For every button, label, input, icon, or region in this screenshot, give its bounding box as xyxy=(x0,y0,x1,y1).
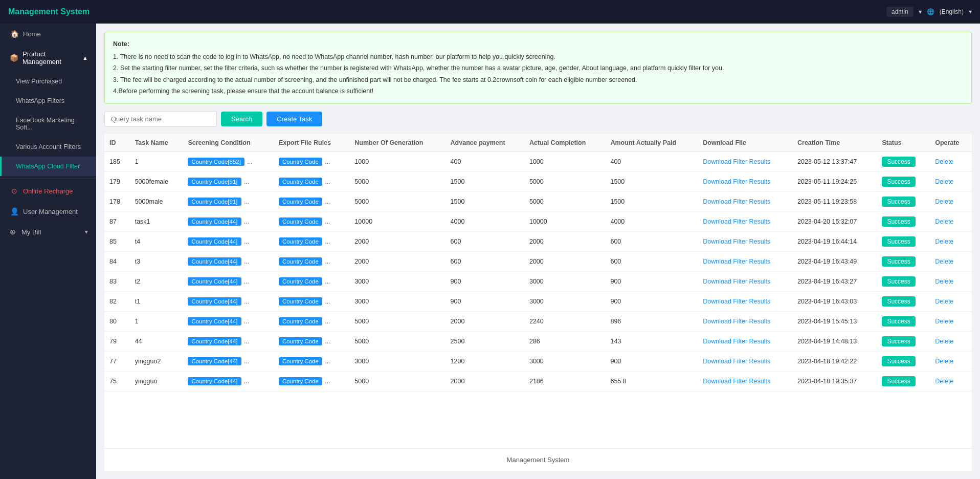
sidebar-item-product-management[interactable]: 📦 Product Management ▲ xyxy=(0,44,96,72)
cell-id: 83 xyxy=(104,271,130,291)
cell-task-name: 1 xyxy=(130,311,183,331)
cell-operate[interactable]: Delete xyxy=(930,211,972,231)
cell-status: Success xyxy=(877,291,930,311)
cell-generation: 2000 xyxy=(349,231,445,251)
sidebar-item-online-recharge[interactable]: ⊙ Online Recharge xyxy=(0,181,96,201)
cell-export: Country Code ... xyxy=(274,271,349,291)
cell-operate[interactable]: Delete xyxy=(930,351,972,371)
delete-button[interactable]: Delete xyxy=(935,378,953,385)
col-export: Export File Rules xyxy=(274,134,349,152)
cell-download[interactable]: Download Filter Results xyxy=(698,311,792,331)
download-link[interactable]: Download Filter Results xyxy=(703,198,770,205)
delete-button[interactable]: Delete xyxy=(935,238,953,245)
download-link[interactable]: Download Filter Results xyxy=(703,218,770,225)
globe-icon: 🌐 xyxy=(927,8,934,15)
sidebar-item-view-purchased[interactable]: View Purchased xyxy=(0,72,96,91)
cell-generation: 5000 xyxy=(349,171,445,191)
status-badge: Success xyxy=(882,336,915,346)
download-link[interactable]: Download Filter Results xyxy=(703,178,770,185)
cell-export: Country Code ... xyxy=(274,351,349,371)
cell-operate[interactable]: Delete xyxy=(930,331,972,351)
cell-download[interactable]: Download Filter Results xyxy=(698,191,792,211)
delete-button[interactable]: Delete xyxy=(935,158,953,165)
download-link[interactable]: Download Filter Results xyxy=(703,238,770,245)
download-link[interactable]: Download Filter Results xyxy=(703,298,770,305)
create-task-button[interactable]: Create Task xyxy=(266,112,322,126)
delete-button[interactable]: Delete xyxy=(935,298,953,305)
sidebar-item-whatsapp-filters[interactable]: WhatsApp Filters xyxy=(0,91,96,111)
col-actual: Actual Completion xyxy=(524,134,606,152)
download-link[interactable]: Download Filter Results xyxy=(703,378,770,385)
delete-button[interactable]: Delete xyxy=(935,218,953,225)
export-ellipsis: ... xyxy=(325,298,330,305)
cell-advance: 900 xyxy=(446,271,524,291)
sidebar-product-submenu: View Purchased WhatsApp Filters FaceBook… xyxy=(0,72,96,176)
search-input[interactable] xyxy=(104,111,217,127)
cell-screening: Country Code[44] ... xyxy=(183,311,274,331)
cell-advance: 400 xyxy=(446,151,524,171)
cell-download[interactable]: Download Filter Results xyxy=(698,291,792,311)
col-operate: Operate xyxy=(930,134,972,152)
cell-download[interactable]: Download Filter Results xyxy=(698,371,792,391)
screening-ellipsis: ... xyxy=(244,218,249,225)
sidebar: 🏠 Home 📦 Product Management ▲ View Purch… xyxy=(0,24,96,479)
delete-button[interactable]: Delete xyxy=(935,198,953,205)
status-badge: Success xyxy=(882,296,915,307)
cell-operate[interactable]: Delete xyxy=(930,271,972,291)
delete-button[interactable]: Delete xyxy=(935,278,953,285)
cell-download[interactable]: Download Filter Results xyxy=(698,251,792,271)
cell-download[interactable]: Download Filter Results xyxy=(698,171,792,191)
sidebar-item-my-bill[interactable]: ⊕ My Bill ▾ xyxy=(0,222,96,242)
download-link[interactable]: Download Filter Results xyxy=(703,358,770,365)
sidebar-item-whatsapp-cloud-filter[interactable]: WhatsApp Cloud Filter xyxy=(0,157,96,176)
download-link[interactable]: Download Filter Results xyxy=(703,278,770,285)
cell-screening: Country Code[44] ... xyxy=(183,371,274,391)
cell-amount: 400 xyxy=(605,151,698,171)
delete-button[interactable]: Delete xyxy=(935,338,953,345)
cell-operate[interactable]: Delete xyxy=(930,231,972,251)
col-download: Download File xyxy=(698,134,792,152)
sidebar-divider xyxy=(0,178,96,179)
cell-status: Success xyxy=(877,211,930,231)
sidebar-item-user-management[interactable]: 👤 User Management xyxy=(0,201,96,222)
cell-download[interactable]: Download Filter Results xyxy=(698,331,792,351)
cell-download[interactable]: Download Filter Results xyxy=(698,151,792,171)
cell-advance: 2000 xyxy=(446,311,524,331)
download-link[interactable]: Download Filter Results xyxy=(703,158,770,165)
cell-export: Country Code ... xyxy=(274,231,349,251)
cell-operate[interactable]: Delete xyxy=(930,311,972,331)
delete-button[interactable]: Delete xyxy=(935,358,953,365)
user-label[interactable]: admin xyxy=(886,7,914,17)
cell-operate[interactable]: Delete xyxy=(930,191,972,211)
search-button[interactable]: Search xyxy=(221,112,262,126)
download-link[interactable]: Download Filter Results xyxy=(703,258,770,265)
cell-status: Success xyxy=(877,171,930,191)
sidebar-item-various-account-filters[interactable]: Various Account Filters xyxy=(0,137,96,157)
screening-tag: Country Code[44] xyxy=(188,297,241,306)
cell-operate[interactable]: Delete xyxy=(930,171,972,191)
cell-status: Success xyxy=(877,271,930,291)
cell-operate[interactable]: Delete xyxy=(930,291,972,311)
cell-download[interactable]: Download Filter Results xyxy=(698,211,792,231)
cell-export: Country Code ... xyxy=(274,211,349,231)
cell-operate[interactable]: Delete xyxy=(930,371,972,391)
cell-operate[interactable]: Delete xyxy=(930,151,972,171)
cell-id: 185 xyxy=(104,151,130,171)
cell-task-name: t2 xyxy=(130,271,183,291)
export-tag: Country Code xyxy=(279,277,322,286)
cell-download[interactable]: Download Filter Results xyxy=(698,271,792,291)
delete-button[interactable]: Delete xyxy=(935,258,953,265)
delete-button[interactable]: Delete xyxy=(935,178,953,185)
cell-download[interactable]: Download Filter Results xyxy=(698,351,792,371)
sidebar-recharge-label: Online Recharge xyxy=(23,187,73,195)
download-link[interactable]: Download Filter Results xyxy=(703,318,770,325)
language-selector[interactable]: (English) xyxy=(940,8,964,15)
cell-download[interactable]: Download Filter Results xyxy=(698,231,792,251)
delete-button[interactable]: Delete xyxy=(935,318,953,325)
cell-operate[interactable]: Delete xyxy=(930,251,972,271)
cell-export: Country Code ... xyxy=(274,251,349,271)
sidebar-item-facebook-marketing[interactable]: FaceBook Marketing Soft... xyxy=(0,111,96,137)
status-badge: Success xyxy=(882,276,915,287)
download-link[interactable]: Download Filter Results xyxy=(703,338,770,345)
sidebar-item-home[interactable]: 🏠 Home xyxy=(0,24,96,44)
